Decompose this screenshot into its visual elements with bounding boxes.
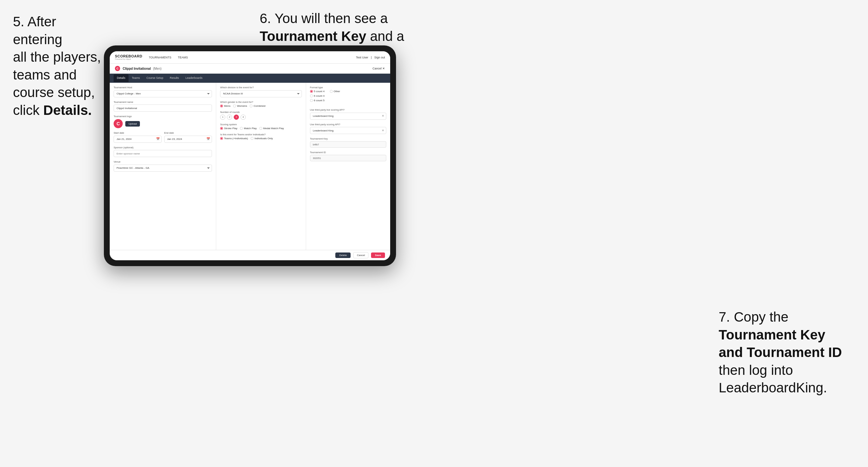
tournament-icon: C: [115, 66, 120, 71]
api1-clear-btn[interactable]: ✕: [382, 114, 384, 118]
brand-name: SCOREBOARD: [115, 55, 142, 58]
end-date-input[interactable]: [164, 136, 212, 143]
scoring-medal[interactable]: Medal Match Play: [259, 127, 284, 130]
id-label: Tournament ID: [310, 151, 386, 154]
nav-tournaments[interactable]: TOURNAMENTS: [149, 56, 171, 59]
teams-label: Is this event for Teams and/or Individua…: [220, 133, 302, 136]
save-button[interactable]: Save: [371, 252, 385, 258]
gender-womens[interactable]: Womens: [233, 104, 247, 107]
start-date-input[interactable]: [114, 136, 162, 143]
round-4[interactable]: 4: [241, 115, 246, 120]
scoring-match[interactable]: Match Play: [240, 127, 257, 130]
api2-label: Use third-party scoring API?: [310, 123, 386, 126]
main-content: Tournament Host Clippd College - Men Tou…: [110, 83, 390, 250]
host-label: Tournament Host: [114, 86, 212, 89]
gender-mens[interactable]: Mens: [220, 104, 230, 107]
teams-plus-dot: [220, 137, 223, 140]
format-other[interactable]: Other: [330, 90, 340, 93]
scoring-match-dot: [240, 127, 243, 130]
left-column: Tournament Host Clippd College - Men Tou…: [110, 83, 216, 250]
start-date-group: Start date 📅: [114, 131, 162, 143]
scoring-stroke[interactable]: Stroke Play: [220, 127, 237, 130]
rounds-group: Number of rounds 1 2 3 4: [220, 111, 302, 120]
division-select[interactable]: NCAA Division III: [220, 90, 302, 97]
end-date-wrap: 📅: [164, 135, 212, 143]
calendar-icon-end: 📅: [207, 137, 210, 141]
footer-bar: Delete Cancel Save: [110, 250, 390, 260]
api2-clear-btn[interactable]: ✕: [382, 129, 384, 132]
tournament-title: Clippd Invitational (Men): [123, 67, 162, 70]
gender-mens-dot: [220, 104, 223, 107]
tab-leaderboards[interactable]: Leaderboards: [182, 74, 206, 82]
round-1[interactable]: 1: [220, 115, 225, 120]
venue-select[interactable]: Peachtree GC - Atlanta - GA: [114, 164, 212, 172]
round-2[interactable]: 2: [227, 115, 232, 120]
brand: SCOREBOARD Powered by clippd: [115, 55, 142, 60]
rounds-buttons: 1 2 3 4: [220, 115, 302, 120]
venue-group: Venue Peachtree GC - Atlanta - GA: [114, 160, 212, 172]
cancel-tournament-btn[interactable]: Cancel ✕: [372, 67, 385, 70]
format-5count4[interactable]: 5 count 4: [310, 90, 324, 93]
tablet-screen: SCOREBOARD Powered by clippd TOURNAMENTS…: [110, 51, 390, 260]
teams-individuals-dot: [251, 137, 253, 140]
sign-out-link[interactable]: Sign out: [374, 56, 385, 59]
brand-sub: Powered by clippd: [115, 58, 142, 60]
tournament-header: C Clippd Invitational (Men) Cancel ✕: [110, 64, 390, 74]
format-other-dot: [330, 90, 333, 93]
delete-button[interactable]: Delete: [335, 252, 350, 258]
annotation-bottom-right: 7. Copy the Tournament Key and Tournamen…: [719, 308, 855, 397]
api1-input-wrap: ✕: [310, 112, 386, 120]
gender-womens-dot: [233, 104, 236, 107]
api1-input[interactable]: [310, 113, 386, 120]
format-5count4-dot: [310, 90, 313, 93]
round-3[interactable]: 3: [234, 115, 239, 120]
division-label: Which division is the event for?: [220, 86, 302, 89]
upload-btn[interactable]: Upload: [125, 121, 140, 127]
format-column: Format type 5 count 4 6 count 4: [306, 83, 390, 250]
gender-options: Mens Womens Combined: [220, 104, 302, 107]
format-6count4-dot: [310, 94, 313, 97]
format-right-options: Other: [330, 90, 340, 105]
sponsor-input[interactable]: [114, 150, 212, 157]
tab-teams[interactable]: Teams: [128, 74, 143, 82]
tab-bar: Details Teams Course Setup Results Leade…: [110, 74, 390, 83]
user-name: Test User: [356, 56, 368, 59]
teams-options: Teams (+Individuals) Individuals Only: [220, 137, 302, 140]
host-select[interactable]: Clippd College - Men: [114, 90, 212, 97]
gender-group: Which gender is the event for? Mens Wome…: [220, 101, 302, 107]
venue-label: Venue: [114, 160, 212, 163]
nav-right: Test User | Sign out: [356, 56, 385, 59]
format-options-row: 5 count 4 6 count 4 6 count 5: [310, 90, 386, 105]
end-date-group: End date 📅: [164, 131, 212, 143]
tablet-container: SCOREBOARD Powered by clippd TOURNAMENTS…: [104, 45, 396, 266]
division-group: Which division is the event for? NCAA Di…: [220, 86, 302, 97]
tab-details[interactable]: Details: [114, 74, 128, 82]
key-value: b4fb7: [310, 141, 386, 148]
logo-icon: C: [114, 119, 123, 128]
cancel-button[interactable]: Cancel: [353, 252, 368, 258]
start-label: Start date: [114, 131, 162, 134]
nav-divider: |: [371, 56, 372, 59]
name-input[interactable]: [114, 104, 212, 112]
teams-individuals[interactable]: Individuals Only: [251, 137, 273, 140]
mid-column: Which division is the event for? NCAA Di…: [216, 83, 306, 250]
api2-input[interactable]: [310, 127, 386, 134]
end-label: End date: [164, 131, 212, 134]
sponsor-label: Sponsor (optional): [114, 146, 212, 149]
tab-course-setup[interactable]: Course Setup: [143, 74, 166, 82]
teams-plus[interactable]: Teams (+Individuals): [220, 137, 248, 140]
annotation-left: 5. After entering all the players, teams…: [13, 13, 104, 119]
format-6count4[interactable]: 6 count 4: [310, 94, 324, 97]
format-group: Format type 5 count 4 6 count 4: [310, 86, 386, 105]
api2-group: Use third-party scoring API? ✕: [310, 123, 386, 134]
scoring-group: Scoring system Stroke Play Match Play: [220, 123, 302, 130]
format-6count5[interactable]: 6 count 5: [310, 99, 324, 102]
nav-teams[interactable]: TEAMS: [178, 56, 188, 59]
key-group: Tournament Key b4fb7: [310, 137, 386, 148]
teams-group: Is this event for Teams and/or Individua…: [220, 133, 302, 140]
format-label: Format type: [310, 86, 386, 89]
top-nav: SCOREBOARD Powered by clippd TOURNAMENTS…: [110, 51, 390, 64]
tab-results[interactable]: Results: [166, 74, 182, 82]
logo-group: Tournament logo C Upload: [114, 115, 212, 128]
gender-combined[interactable]: Combined: [250, 104, 265, 107]
